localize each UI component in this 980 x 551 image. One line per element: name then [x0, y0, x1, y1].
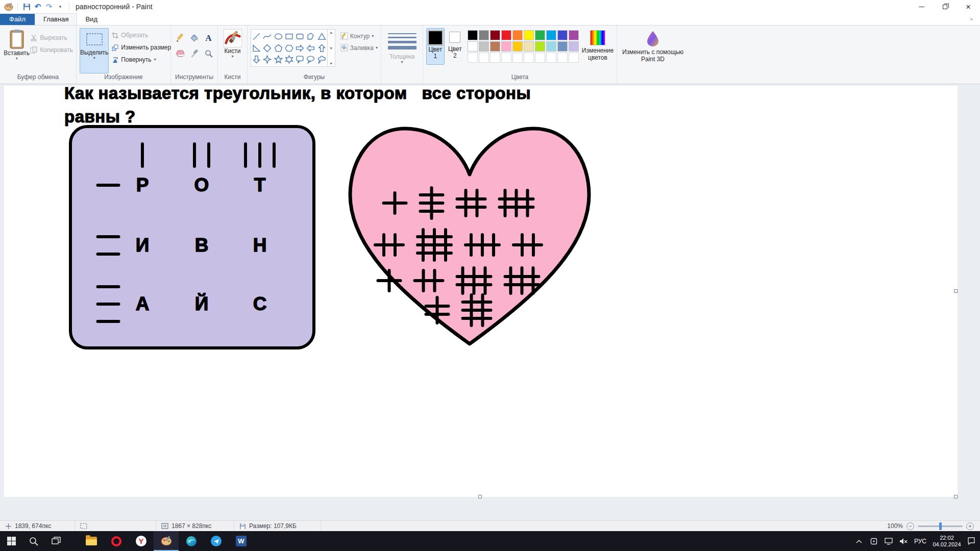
palette-color-swatch[interactable]	[468, 30, 478, 40]
shape-callout-cloud-icon[interactable]	[317, 55, 326, 64]
paint3d-button[interactable]: Изменить с помощью Paint 3D	[620, 28, 685, 73]
palette-empty-slot[interactable]	[468, 53, 478, 63]
magnifier-tool[interactable]	[202, 46, 215, 60]
shape-arrow-right-icon[interactable]	[296, 44, 304, 53]
hidden-icons-button[interactable]	[852, 531, 866, 551]
language-indicator[interactable]: РУС	[912, 531, 929, 551]
shape-ellipse-icon[interactable]	[274, 32, 283, 41]
shape-hexagon-icon[interactable]	[285, 44, 293, 53]
shape-star-4-icon[interactable]	[263, 55, 272, 64]
shape-diamond-icon[interactable]	[263, 44, 272, 53]
color1-button[interactable]: Цвет 1	[426, 28, 445, 65]
taskbar-edge[interactable]	[179, 531, 204, 551]
tab-view[interactable]: Вид	[77, 14, 106, 25]
palette-color-swatch[interactable]	[546, 30, 556, 40]
taskbar-search-button[interactable]	[22, 531, 45, 551]
shape-fill-button[interactable]: Заливка ▾	[340, 44, 378, 52]
clock[interactable]: 22:02 04.02.2024	[930, 535, 963, 548]
shape-curve-icon[interactable]	[263, 32, 272, 41]
shape-arrow-left-icon[interactable]	[306, 44, 315, 53]
shape-arrow-down-icon[interactable]	[252, 55, 261, 64]
shapes-scrollbar[interactable]: ▲ ▼ ▼	[328, 29, 335, 67]
palette-empty-slot[interactable]	[512, 53, 523, 63]
eraser-tool[interactable]	[174, 46, 186, 60]
shape-pentagon-icon[interactable]	[274, 44, 283, 53]
collapse-ribbon-icon[interactable]: ^	[970, 17, 973, 23]
taskbar-opera[interactable]	[104, 531, 129, 551]
task-view-button[interactable]	[45, 531, 67, 551]
shape-line-icon[interactable]	[252, 32, 261, 41]
palette-color-swatch[interactable]	[557, 30, 568, 40]
shape-star-5-icon[interactable]	[274, 55, 283, 64]
color-picker-tool[interactable]	[188, 46, 201, 60]
canvas-resize-handle-corner[interactable]	[954, 495, 958, 498]
canvas-resize-handle-bottom[interactable]	[478, 495, 482, 498]
shape-star-6-icon[interactable]	[285, 55, 293, 64]
copy-button[interactable]: Копировать	[30, 44, 73, 56]
tab-home[interactable]: Главная	[35, 13, 77, 25]
start-button[interactable]	[0, 531, 22, 551]
drawing-canvas[interactable]: Как называется треугольник, в котором вс…	[4, 86, 958, 497]
tray-app-icon[interactable]	[867, 531, 880, 551]
outline-button[interactable]: Контур ▾	[340, 32, 378, 40]
shape-triangle-icon[interactable]	[317, 32, 326, 41]
zoom-in-button[interactable]: +	[966, 522, 974, 530]
palette-color-swatch[interactable]	[468, 41, 478, 52]
palette-empty-slot[interactable]	[569, 53, 579, 63]
palette-color-swatch[interactable]	[524, 30, 534, 40]
zoom-slider-thumb[interactable]	[939, 522, 942, 530]
redo-button[interactable]: ↷	[43, 1, 55, 12]
brushes-button[interactable]: Кисти ▾	[221, 28, 244, 73]
undo-button[interactable]: ↶	[32, 1, 43, 12]
palette-empty-slot[interactable]	[479, 53, 489, 63]
taskbar-file-explorer[interactable]	[79, 531, 104, 551]
taskbar-word[interactable]: W	[229, 531, 254, 551]
palette-empty-slot[interactable]	[546, 53, 556, 63]
scroll-up-icon[interactable]: ▲	[329, 31, 333, 34]
notification-center-button[interactable]	[965, 531, 978, 551]
taskbar-yandex-browser[interactable]: Y	[129, 531, 154, 551]
shape-arrow-up-icon[interactable]	[317, 44, 326, 53]
resize-button[interactable]: Изменить размер	[112, 42, 171, 53]
edit-colors-button[interactable]: Изменение цветов	[582, 28, 614, 73]
canvas-resize-handle-right[interactable]	[954, 289, 958, 293]
restore-button[interactable]	[933, 0, 957, 13]
pencil-tool[interactable]	[174, 31, 186, 45]
shape-rectangle-icon[interactable]	[285, 32, 293, 41]
shape-polygon-icon[interactable]	[306, 32, 315, 41]
shape-right-triangle-icon[interactable]	[252, 44, 261, 53]
palette-color-swatch[interactable]	[535, 41, 545, 52]
taskbar-paint-active[interactable]	[154, 531, 179, 551]
fill-tool[interactable]	[188, 31, 201, 45]
shape-rounded-rectangle-icon[interactable]	[296, 32, 304, 41]
color2-button[interactable]: Цвет 2	[446, 28, 464, 65]
palette-color-swatch[interactable]	[546, 41, 556, 52]
palette-color-swatch[interactable]	[569, 41, 579, 52]
palette-color-swatch[interactable]	[501, 30, 511, 40]
palette-color-swatch[interactable]	[490, 41, 500, 52]
palette-empty-slot[interactable]	[490, 53, 500, 63]
palette-color-swatch[interactable]	[569, 30, 579, 40]
palette-color-swatch[interactable]	[535, 30, 545, 40]
shape-callout-rounded-icon[interactable]	[296, 55, 304, 64]
palette-color-swatch[interactable]	[512, 41, 523, 52]
palette-empty-slot[interactable]	[557, 53, 568, 63]
palette-empty-slot[interactable]	[524, 53, 534, 63]
text-tool[interactable]: A	[202, 31, 215, 45]
close-button[interactable]: ×	[957, 0, 980, 13]
cut-button[interactable]: Вырезать	[30, 32, 73, 43]
volume-muted-icon[interactable]	[897, 531, 910, 551]
paste-button[interactable]: Вставить ▾	[3, 28, 30, 73]
scroll-more-icon[interactable]: ▼	[329, 62, 333, 65]
tab-file[interactable]: Файл	[0, 14, 35, 25]
minimize-button[interactable]	[910, 0, 933, 13]
palette-empty-slot[interactable]	[501, 53, 511, 63]
palette-empty-slot[interactable]	[535, 53, 545, 63]
quick-access-menu-caret[interactable]: ▾	[55, 1, 66, 12]
network-icon[interactable]	[882, 531, 895, 551]
palette-color-swatch[interactable]	[501, 41, 511, 52]
shape-callout-oval-icon[interactable]	[306, 55, 315, 64]
select-button[interactable]: Выделить ▾	[80, 28, 109, 73]
zoom-out-button[interactable]: −	[906, 522, 914, 530]
thickness-button[interactable]: Толщина ▾	[386, 28, 418, 73]
